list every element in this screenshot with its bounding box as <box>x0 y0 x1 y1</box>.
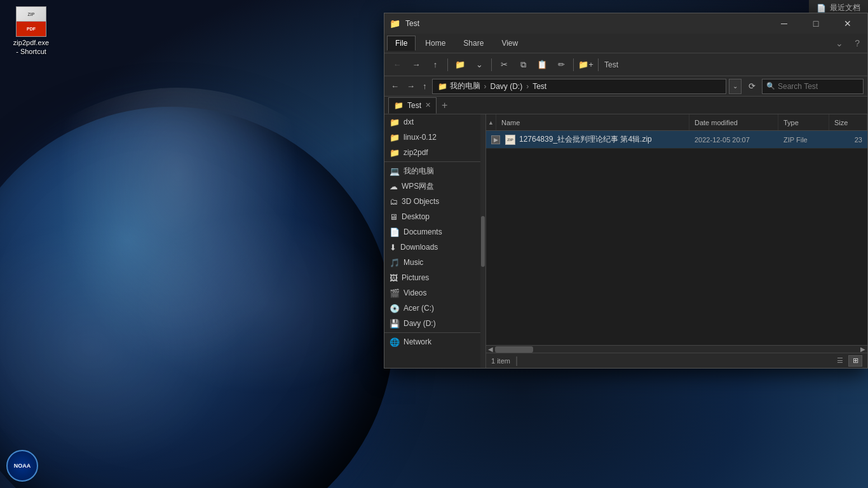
up-button[interactable]: ↑ <box>426 57 444 73</box>
sidebar-item-linux[interactable]: 📁 linux-0.12 <box>384 130 480 145</box>
music-icon: 🎵 <box>390 258 400 268</box>
window-icon: 📁 <box>390 18 400 29</box>
sidebar-label-wps: WPS网盘 <box>402 181 434 192</box>
col-header-type[interactable]: Type <box>778 114 829 130</box>
3d-icon: 🗂 <box>390 197 398 207</box>
tabs-row: 📁 Test ✕ + <box>384 97 867 114</box>
ribbon-tab-home[interactable]: Home <box>417 36 454 51</box>
search-input[interactable] <box>778 82 859 91</box>
horizontal-scrollbar[interactable]: ◀ ▶ <box>486 345 867 353</box>
tab-test[interactable]: 📁 Test ✕ <box>388 97 437 114</box>
nav-items: 📁 dxt 📁 linux-0.12 📁 zip2pdf 💻 我的 <box>384 114 480 368</box>
current-folder-label: Test <box>604 60 618 69</box>
col-header-size[interactable]: Size <box>829 114 867 130</box>
tab-label: Test <box>407 101 421 110</box>
rename-button[interactable]: ✏ <box>552 57 570 73</box>
toolbar-separator-1 <box>447 58 448 71</box>
scroll-track <box>495 346 858 353</box>
sidebar-label-zip2pdf: zip2pdf <box>403 148 428 157</box>
sidebar-item-pictures[interactable]: 🖼 Pictures <box>384 270 480 285</box>
item-count: 1 item <box>491 357 510 365</box>
window-title: Test <box>405 19 767 28</box>
sidebar-item-3dobjects[interactable]: 🗂 3D Objects <box>384 194 480 209</box>
ribbon-help-button[interactable]: ? <box>850 36 865 51</box>
sidebar-item-zip2pdf[interactable]: 📁 zip2pdf <box>384 145 480 160</box>
sidebar-label-acerdrive: Acer (C:) <box>403 304 434 313</box>
sidebar-item-documents[interactable]: 📄 Documents <box>384 224 480 240</box>
folder-icon: 📁 <box>390 118 400 127</box>
sidebar-item-wps[interactable]: ☁ WPS网盘 <box>384 179 480 194</box>
collapse-arrow[interactable]: ▲ <box>486 114 496 130</box>
icon-label: zip2pdf.exe - Shortcut <box>9 38 53 57</box>
sidebar-label-downloads: Downloads <box>400 243 438 252</box>
path-sep-2: › <box>526 82 529 91</box>
copy-button[interactable]: ⧉ <box>514 57 532 73</box>
sidebar-item-videos[interactable]: 🎬 Videos <box>384 285 480 301</box>
paste-button[interactable]: 📋 <box>533 57 551 73</box>
tab-close-button[interactable]: ✕ <box>425 101 431 109</box>
ribbon-expand-button[interactable]: ⌄ <box>831 36 848 51</box>
explorer-window: 📁 Test ─ □ ✕ File Home Share View ⌄ ? ← … <box>384 13 868 369</box>
file-date: 2022-12-05 20:07 <box>689 136 778 144</box>
address-path[interactable]: 📁 我的电脑 › Davy (D:) › Test <box>432 79 727 94</box>
search-box: 🔍 <box>762 79 864 94</box>
addr-up-button[interactable]: ↑ <box>420 80 430 92</box>
recent-docs-icon: 📄 <box>817 4 826 13</box>
details-view-button[interactable]: ⊞ <box>848 355 862 367</box>
folder-button[interactable]: 📁 <box>451 57 469 73</box>
path-test[interactable]: Test <box>532 82 546 91</box>
refresh-button[interactable]: ⟳ <box>744 79 759 94</box>
drive-c-icon: 💿 <box>390 304 400 313</box>
search-icon: 🔍 <box>766 82 775 90</box>
ribbon-tab-share[interactable]: Share <box>455 36 492 51</box>
file-row-name: ▶ ZIP 12764839_社会批判理论纪事 第4辑.zip <box>486 134 689 145</box>
addr-back-button[interactable]: ← <box>388 80 402 92</box>
recent-docs-label: 最近文档 <box>830 3 860 13</box>
sidebar-label-mycomputer: 我的电脑 <box>403 166 434 177</box>
path-mycomputer[interactable]: 我的电脑 <box>450 81 480 92</box>
tab-icon: 📁 <box>394 101 403 110</box>
sidebar-item-davydrive[interactable]: 💾 Davy (D:) <box>384 316 480 331</box>
cloud-icon: ☁ <box>390 182 398 191</box>
address-dropdown[interactable]: ⌄ <box>729 79 742 94</box>
minimize-button[interactable]: ─ <box>770 13 799 34</box>
sidebar-item-desktop[interactable]: 🖥 Desktop <box>384 209 480 224</box>
nav-scrollbar[interactable] <box>480 114 485 368</box>
close-button[interactable]: ✕ <box>833 13 862 34</box>
path-davy[interactable]: Davy (D:) <box>491 82 523 91</box>
forward-button[interactable]: → <box>407 57 425 73</box>
col-header-date[interactable]: Date modified <box>689 114 778 130</box>
addr-forward-button[interactable]: → <box>404 80 417 92</box>
sidebar-item-downloads[interactable]: ⬇ Downloads <box>384 240 480 255</box>
sidebar-item-mycomputer[interactable]: 💻 我的电脑 <box>384 163 480 179</box>
zip-label: ZIP <box>17 7 46 22</box>
back-button[interactable]: ← <box>388 57 406 73</box>
col-header-name[interactable]: Name <box>496 114 689 130</box>
network-icon: 🌐 <box>390 337 400 347</box>
sidebar-label-davydrive: Davy (D:) <box>403 319 436 328</box>
sidebar-item-acerdrive[interactable]: 💿 Acer (C:) <box>384 301 480 316</box>
table-row[interactable]: ▶ ZIP 12764839_社会批判理论纪事 第4辑.zip 2022-12-… <box>486 131 867 149</box>
title-bar: 📁 Test ─ □ ✕ <box>384 13 867 34</box>
list-view-button[interactable]: ☰ <box>833 355 847 367</box>
scroll-left-arrow[interactable]: ◀ <box>486 346 495 353</box>
cloud-layer <box>0 88 394 488</box>
documents-icon: 📄 <box>390 227 400 237</box>
scroll-right-arrow[interactable]: ▶ <box>858 346 867 353</box>
new-tab-button[interactable]: + <box>438 100 451 111</box>
folder-icon: 📁 <box>390 133 400 142</box>
new-folder-button[interactable]: 📁+ <box>577 57 595 73</box>
sidebar-item-dxt[interactable]: 📁 dxt <box>384 114 480 130</box>
ribbon-tab-file[interactable]: File <box>387 36 416 51</box>
cut-button[interactable]: ✂ <box>495 57 513 73</box>
desktop-icon-zip2pdf[interactable]: ZIP PDF zip2pdf.exe - Shortcut <box>9 6 53 57</box>
sidebar-label-network: Network <box>403 337 431 346</box>
status-bar: 1 item | ☰ ⊞ <box>486 353 867 368</box>
maximize-button[interactable]: □ <box>801 13 831 34</box>
sidebar-item-music[interactable]: 🎵 Music <box>384 255 480 270</box>
history-button[interactable]: ⌄ <box>470 57 488 73</box>
file-list-area: ▲ Name Date modified Type Size ▶ ZIP 127… <box>486 114 867 368</box>
sidebar-item-network[interactable]: 🌐 Network <box>384 334 480 349</box>
computer-icon: 💻 <box>390 166 400 176</box>
ribbon-tab-view[interactable]: View <box>493 36 526 51</box>
